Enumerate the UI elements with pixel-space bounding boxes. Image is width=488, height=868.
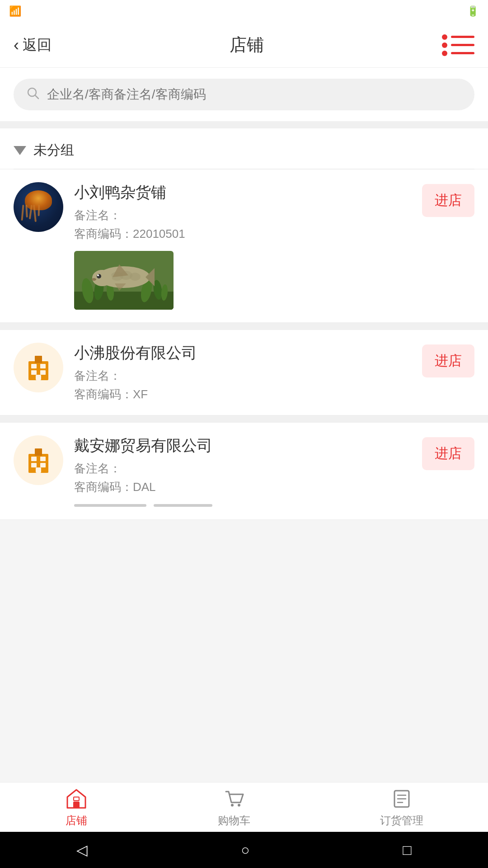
store-code-3: 客商编码：DAL	[74, 479, 415, 495]
store-divider-2	[0, 415, 488, 423]
android-back-button[interactable]: ◁	[76, 841, 88, 859]
store-avatar-2	[14, 343, 63, 392]
tentacle-3	[29, 205, 33, 219]
svg-point-17	[92, 278, 96, 281]
svg-rect-21	[35, 356, 42, 363]
search-icon	[26, 86, 40, 103]
store-remark-3: 备注名：	[74, 461, 415, 476]
section-divider	[0, 121, 488, 128]
svg-point-16	[97, 274, 99, 276]
menu-dot-1	[442, 34, 447, 40]
svg-point-14	[92, 270, 112, 286]
orders-icon-svg	[390, 787, 413, 811]
store-list: 小刘鸭杂货铺 备注名： 客商编码：22010501 进店	[0, 170, 488, 520]
tentacle-5	[38, 205, 40, 216]
svg-rect-36	[74, 797, 79, 801]
building-svg-2	[24, 353, 53, 382]
store-avatar-1	[14, 182, 63, 232]
collapse-icon[interactable]	[14, 146, 26, 155]
search-section	[0, 68, 488, 121]
nav-item-cart[interactable]: 购物车	[218, 787, 250, 828]
search-box[interactable]	[14, 79, 474, 110]
scroll-bar-1	[74, 504, 146, 507]
scroll-bar-2	[154, 504, 212, 507]
svg-rect-29	[31, 457, 37, 461]
store-item-3: 戴安娜贸易有限公司 备注名： 客商编码：DAL 进店	[0, 423, 488, 520]
store-item-1: 小刘鸭杂货铺 备注名： 客商编码：22010501 进店	[0, 170, 488, 323]
svg-rect-30	[40, 457, 46, 461]
back-button[interactable]: ‹ 返回	[14, 35, 52, 55]
svg-line-1	[35, 95, 38, 99]
store-item-3-left: 戴安娜贸易有限公司 备注名： 客商编码：DAL	[14, 435, 415, 495]
svg-point-37	[231, 804, 234, 807]
svg-rect-22	[31, 364, 37, 368]
menu-button[interactable]	[442, 34, 474, 56]
menu-dot-2	[442, 42, 447, 48]
menu-line-3	[442, 51, 474, 56]
store-item-2: 小沸股份有限公司 备注名： 客商编码：XF 进店	[0, 330, 488, 415]
store-remark-2: 备注名：	[74, 368, 415, 384]
store-item-1-top: 小刘鸭杂货铺 备注名： 客商编码：22010501 进店	[14, 182, 474, 242]
store-avatar-3	[14, 435, 63, 485]
svg-point-15	[97, 274, 101, 278]
store-info-1: 小刘鸭杂货铺 备注名： 客商编码：22010501	[74, 182, 415, 242]
svg-rect-26	[36, 375, 41, 380]
svg-rect-23	[40, 364, 46, 368]
menu-line-2	[442, 42, 474, 48]
store-item-2-left: 小沸股份有限公司 备注名： 客商编码：XF	[14, 343, 415, 402]
store-name-3: 戴安娜贸易有限公司	[74, 435, 415, 456]
back-arrow-icon: ‹	[14, 36, 19, 55]
store-item-1-left: 小刘鸭杂货铺 备注名： 客商编码：22010501	[14, 182, 415, 242]
store-nav-icon	[65, 787, 88, 811]
nav-item-orders[interactable]: 订货管理	[380, 787, 423, 828]
nav-item-stores[interactable]: 店铺	[65, 787, 88, 828]
enter-store-button-1[interactable]: 进店	[422, 184, 474, 217]
menu-line-bar-3	[451, 52, 474, 54]
svg-rect-31	[31, 463, 37, 467]
android-home-button[interactable]: ○	[241, 842, 249, 859]
svg-rect-28	[35, 448, 42, 456]
jellyfish-tentacles	[22, 205, 40, 222]
battery-icon: 🔋	[467, 5, 479, 17]
android-nav-bar: ◁ ○ □	[0, 832, 488, 868]
tentacle-1	[21, 205, 24, 221]
svg-rect-25	[40, 370, 46, 375]
building-svg-3	[24, 446, 53, 475]
tentacle-4	[33, 205, 37, 222]
nav-label-orders: 订货管理	[380, 813, 423, 828]
orders-nav-icon	[390, 787, 413, 811]
store-divider-1	[0, 323, 488, 330]
tentacle-2	[25, 205, 28, 217]
cart-nav-icon	[222, 787, 246, 811]
svg-rect-33	[36, 467, 41, 473]
menu-line-bar-2	[451, 44, 474, 46]
scroll-indicators	[74, 504, 474, 507]
store-name-1: 小刘鸭杂货铺	[74, 182, 415, 203]
bottom-navigation: 店铺 购物车 订货管理	[0, 782, 488, 832]
menu-dot-3	[442, 51, 447, 56]
search-input[interactable]	[47, 87, 462, 102]
store-info-3: 戴安娜贸易有限公司 备注名： 客商编码：DAL	[74, 435, 415, 495]
cart-icon-svg	[222, 787, 246, 811]
signal-icon: 📶	[9, 5, 21, 17]
fish-image-container	[74, 251, 474, 310]
status-bar: 📶 🔋	[0, 0, 488, 23]
menu-line-1	[442, 34, 474, 40]
store-item-3-top: 戴安娜贸易有限公司 备注名： 客商编码：DAL 进店	[14, 435, 474, 495]
store-code-1: 客商编码：22010501	[74, 226, 415, 242]
status-right: 🔋	[463, 5, 479, 17]
back-label: 返回	[23, 35, 52, 55]
header: ‹ 返回 店铺	[0, 23, 488, 68]
android-recent-button[interactable]: □	[403, 842, 411, 859]
svg-point-38	[238, 804, 240, 807]
store-info-2: 小沸股份有限公司 备注名： 客商编码：XF	[74, 343, 415, 402]
menu-line-bar-1	[451, 36, 474, 38]
svg-point-12	[130, 273, 141, 281]
group-header: 未分组	[0, 128, 488, 169]
enter-store-button-2[interactable]: 进店	[422, 344, 474, 377]
store-code-2: 客商编码：XF	[74, 387, 415, 402]
nav-label-stores: 店铺	[66, 813, 87, 828]
enter-store-button-3[interactable]: 进店	[422, 437, 474, 470]
status-left: 📶	[9, 5, 25, 17]
store-name-2: 小沸股份有限公司	[74, 343, 415, 363]
